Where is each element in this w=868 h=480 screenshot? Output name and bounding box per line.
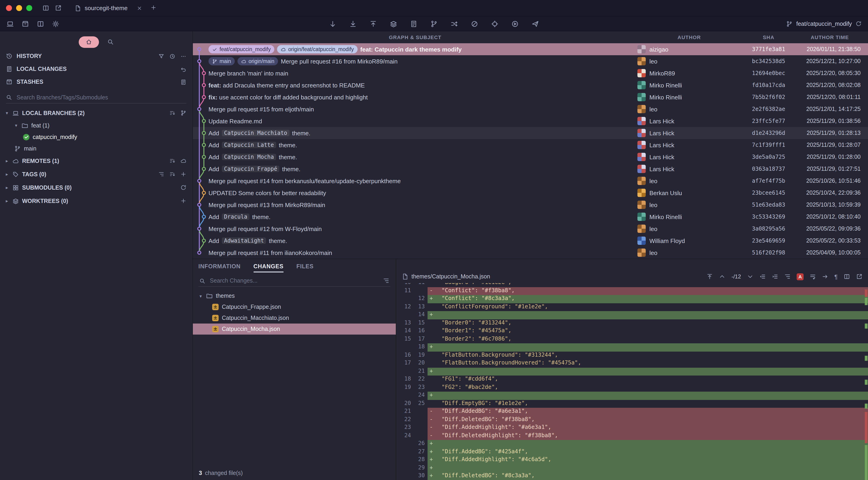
open-new-window-icon[interactable] <box>856 274 863 280</box>
apply-patch-icon[interactable] <box>410 20 417 27</box>
diff-content[interactable]: 1011 "BadgeFG": "#1e1e2e", 11- "Conflict… <box>396 283 868 480</box>
expander-icon[interactable]: ▸ <box>5 198 9 203</box>
filter-icon[interactable] <box>158 53 164 59</box>
commit-sha[interactable]: 7c1f39fff1 <box>741 142 796 148</box>
commit-row[interactable]: Merge pull request #13 from MirkoR89/mai… <box>193 199 868 211</box>
changed-file-row-selected[interactable]: ± Catpuccin_Mocha.json <box>193 323 396 334</box>
commit-sha[interactable]: 3c53343269 <box>741 214 796 220</box>
sort-icon[interactable] <box>169 171 175 177</box>
local-branch-badge[interactable]: main <box>209 57 235 65</box>
column-author-time[interactable]: AUTHOR TIME <box>796 34 868 40</box>
tab-changes[interactable]: CHANGES <box>253 263 283 273</box>
expander-icon[interactable]: ▾ <box>14 123 19 128</box>
undo-icon[interactable] <box>180 66 186 72</box>
add-branch-icon[interactable] <box>180 110 186 116</box>
remote-branch-badge[interactable]: origin/main <box>238 57 278 65</box>
commit-sha[interactable]: 12694e0bec <box>741 70 796 76</box>
commit-sha[interactable]: bc342538d5 <box>741 58 796 64</box>
sidebar-item-history[interactable]: HISTORY <box>0 50 192 63</box>
repository-tab[interactable]: sourcegit-theme <box>74 5 142 11</box>
commit-row[interactable]: Merge pull request #15 from eljoth/main … <box>193 103 868 115</box>
branch-folder-feat[interactable]: ▾ feat (1) <box>0 120 192 131</box>
commit-row[interactable]: Merge branch 'main' into main MirkoR89 1… <box>193 67 868 79</box>
commit-row[interactable]: feat: add Dracula theme entry and screen… <box>193 79 868 91</box>
changed-file-row[interactable]: ± Catpuccin_Frappe.json <box>193 301 396 313</box>
changes-folder-row[interactable]: ▾ themes <box>193 290 396 301</box>
commit-row[interactable]: Add Catpuccin Macchiato theme. Lars Hick… <box>193 127 868 139</box>
add-worktree-icon[interactable] <box>180 198 186 204</box>
commit-sha[interactable]: 3de5a0a725 <box>741 154 796 160</box>
increase-context-icon[interactable] <box>772 274 778 280</box>
commit-row[interactable]: Merge pull request #12 from W-Floyd/main… <box>193 223 868 235</box>
refresh-icon[interactable] <box>856 21 862 27</box>
stashes-icon[interactable] <box>390 20 397 27</box>
dashboard-icon[interactable] <box>6 20 14 27</box>
commit-sha[interactable]: af7ef4f75b <box>741 178 796 184</box>
zoom-window-button[interactable] <box>26 5 32 11</box>
changes-search-input[interactable] <box>209 277 379 284</box>
minimize-window-button[interactable] <box>16 5 22 11</box>
column-sha[interactable]: SHA <box>741 34 796 40</box>
word-wrap-icon[interactable] <box>810 274 816 280</box>
close-window-button[interactable] <box>6 5 12 11</box>
commit-row[interactable]: fix: use accent color for diff added bac… <box>193 91 868 103</box>
commit-row[interactable]: Add Catpuccin Frappé theme. Lars Hick 03… <box>193 163 868 175</box>
commit-row[interactable]: Add Catpuccin Mocha theme. Lars Hick 3de… <box>193 151 868 163</box>
commit-sha[interactable]: 51e63eda83 <box>741 201 796 208</box>
column-author[interactable]: AUTHOR <box>638 34 741 40</box>
sidebar-item-stashes[interactable]: STASHES <box>0 75 192 88</box>
push-icon[interactable] <box>370 20 377 27</box>
scroll-sync-icon[interactable] <box>822 274 829 280</box>
panels-icon[interactable] <box>37 20 44 27</box>
section-worktrees[interactable]: ▸ WORKTREES (0) <box>0 194 192 207</box>
commit-row[interactable]: UPDATED Some colors for better readabili… <box>193 187 868 199</box>
changed-file-row[interactable]: ± Catpuccin_Macchiato.json <box>193 313 396 323</box>
local-branch-badge[interactable]: feat/catpuccin_modify <box>209 45 274 53</box>
more-icon[interactable] <box>180 53 186 59</box>
pull-icon[interactable] <box>349 20 357 27</box>
launch-icon[interactable] <box>532 20 539 27</box>
commit-sha[interactable]: fd10a17cda <box>741 82 796 88</box>
new-branch-icon[interactable] <box>430 20 438 27</box>
branch-item-catpuccin-modify[interactable]: catpuccin_modify <box>0 131 192 143</box>
section-remotes[interactable]: ▸ REMOTES (1) <box>0 154 192 167</box>
sort-icon[interactable] <box>169 110 175 116</box>
search-mode-icon[interactable] <box>107 39 114 45</box>
commit-sha[interactable]: 0363a18737 <box>741 166 796 172</box>
branch-search-input[interactable] <box>16 94 186 101</box>
commit-row[interactable]: Add Catpuccin Latte theme. Lars Hick 7c1… <box>193 139 868 151</box>
expander-icon[interactable]: ▾ <box>198 293 203 298</box>
tab-files[interactable]: FILES <box>297 263 314 273</box>
section-tags[interactable]: ▸ TAGS (0) <box>0 167 192 181</box>
commit-sha[interactable]: 23bcee6145 <box>741 190 796 196</box>
commit-sha[interactable]: 516f202f98 <box>741 250 796 256</box>
commit-row[interactable]: feat/catpuccin_modify origin/feat/catpuc… <box>193 43 868 55</box>
current-branch-indicator[interactable]: feat/catpuccin_modify <box>786 21 862 27</box>
decrease-context-icon[interactable] <box>760 274 766 280</box>
archive-icon[interactable] <box>22 20 29 27</box>
commit-sha[interactable]: 3a08295a56 <box>741 225 796 232</box>
syntax-highlight-icon[interactable]: A <box>797 273 804 280</box>
show-symbols-icon[interactable]: ¶ <box>834 273 838 280</box>
commit-sha[interactable]: 2e2f6382ae <box>741 106 796 112</box>
first-difference-icon[interactable] <box>707 274 713 280</box>
commit-sha[interactable]: d1e243296d <box>741 130 796 136</box>
commit-row[interactable]: Add Dracula theme. Mirko Rinelli 3c53343… <box>193 211 868 223</box>
expander-icon[interactable]: ▸ <box>5 185 9 190</box>
side-by-side-icon[interactable] <box>844 274 850 280</box>
diff-minimap-scrollbar[interactable] <box>865 283 868 479</box>
list-mode-icon[interactable] <box>158 171 164 177</box>
workspace-icon[interactable] <box>42 5 49 11</box>
next-difference-icon[interactable] <box>747 274 753 280</box>
expander-icon[interactable]: ▸ <box>5 158 9 163</box>
new-tag-icon[interactable] <box>180 171 186 177</box>
expander-icon[interactable]: ▸ <box>5 172 9 177</box>
clock-icon[interactable] <box>169 53 175 59</box>
sidebar-item-local-changes[interactable]: LOCAL CHANGES <box>0 63 192 75</box>
home-mode-button[interactable] <box>79 36 99 47</box>
section-submodules[interactable]: ▸ SUBMODULES (0) <box>0 181 192 194</box>
section-local-branches[interactable]: ▾ LOCAL BRANCHES (2) <box>0 106 192 120</box>
expander-icon[interactable]: ▾ <box>5 110 9 116</box>
remote-branch-badge[interactable]: origin/feat/catpuccin_modify <box>277 45 358 53</box>
new-window-icon[interactable] <box>55 5 62 11</box>
